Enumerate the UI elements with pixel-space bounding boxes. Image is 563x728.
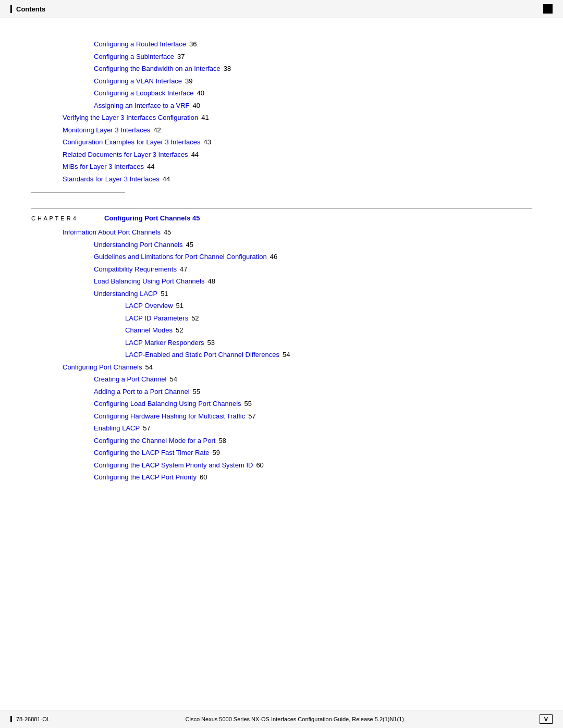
toc-link[interactable]: Configuring Load Balancing Using Port Ch…	[94, 399, 241, 409]
toc-entry: Configuring Hardware Hashing for Multica…	[31, 411, 532, 422]
contents-label: Contents	[10, 5, 45, 13]
footer-title: Cisco Nexus 5000 Series NX-OS Interfaces…	[186, 716, 404, 722]
toc-link[interactable]: Configuring a Subinterface	[94, 52, 174, 62]
toc-link[interactable]: Load Balancing Using Port Channels	[94, 276, 204, 287]
toc-link[interactable]: Adding a Port to a Port Channel	[94, 387, 190, 397]
toc-link[interactable]: Assigning an Interface to a VRF	[94, 101, 190, 111]
chapter-divider	[31, 192, 125, 193]
toc-page: 40	[197, 88, 204, 98]
toc-link[interactable]: Configuring the LACP System Priority and…	[94, 460, 253, 471]
footer-page: V	[540, 714, 553, 724]
toc-page: 52	[191, 313, 199, 324]
toc-entry: Assigning an Interface to a VRF40	[31, 101, 532, 111]
toc-entry: Configuring the Channel Mode for a Port5…	[31, 436, 532, 446]
toc-link[interactable]: LACP Overview	[125, 301, 173, 311]
toc-page: 57	[143, 423, 150, 434]
toc-page: 54	[169, 374, 177, 385]
toc-entry: Configuring the LACP System Priority and…	[31, 460, 532, 471]
toc-link[interactable]: Monitoring Layer 3 Interfaces	[63, 125, 150, 135]
toc-link[interactable]: Channel Modes	[125, 325, 173, 336]
toc-link[interactable]: MIBs for Layer 3 Interfaces	[63, 162, 144, 172]
toc-link[interactable]: LACP Marker Responders	[125, 338, 204, 348]
toc-page: 55	[193, 387, 200, 397]
toc-link[interactable]: Configuring the Bandwidth on an Interfac…	[94, 64, 221, 74]
toc-link[interactable]: Configuring a Routed Interface	[94, 39, 186, 50]
toc-entry: LACP-Enabled and Static Port Channel Dif…	[31, 350, 532, 360]
toc-page: 41	[201, 113, 209, 123]
toc-entry: Monitoring Layer 3 Interfaces42	[31, 125, 532, 135]
toc-entry: Guidelines and Limitations for Port Chan…	[31, 252, 532, 262]
toc-link[interactable]: Compatibility Requirements	[94, 264, 177, 275]
toc-entry: Configuring a Loopback Interface40	[31, 88, 532, 98]
toc-page: 48	[207, 276, 215, 287]
toc-page: 46	[270, 252, 277, 262]
toc-page: 54	[283, 350, 290, 360]
toc-entry: Configuring a VLAN Interface39	[31, 76, 532, 87]
toc-page: 57	[248, 411, 255, 422]
toc-link[interactable]: Verifying the Layer 3 Interfaces Configu…	[63, 113, 198, 123]
toc-link[interactable]: Creating a Port Channel	[94, 374, 166, 385]
toc-entry: LACP Overview51	[31, 301, 532, 311]
toc-entry: MIBs for Layer 3 Interfaces44	[31, 162, 532, 172]
toc-entry: Configuring the Bandwidth on an Interfac…	[31, 64, 532, 74]
toc-page: 51	[176, 301, 183, 311]
toc-entry: Load Balancing Using Port Channels48	[31, 276, 532, 287]
header-bar: Contents	[0, 0, 563, 18]
chapter-row: C H A P T E R 4Configuring Port Channels…	[31, 208, 532, 222]
toc-page: 51	[161, 289, 168, 299]
toc-link[interactable]: Configuring a Loopback Interface	[94, 88, 194, 98]
toc-link[interactable]: Enabling LACP	[94, 423, 140, 434]
toc-entry: LACP Marker Responders53	[31, 338, 532, 348]
toc-link[interactable]: Understanding LACP	[94, 289, 157, 299]
toc-page: 44	[191, 150, 199, 160]
toc-link[interactable]: Standards for Layer 3 Interfaces	[63, 174, 160, 184]
toc-page: 36	[189, 39, 197, 50]
toc-entry: Standards for Layer 3 Interfaces44	[31, 174, 532, 184]
toc-entry: Configuring a Subinterface37	[31, 52, 532, 62]
toc-entry: Adding a Port to a Port Channel55	[31, 387, 532, 397]
toc-link[interactable]: Configuring Hardware Hashing for Multica…	[94, 411, 245, 422]
toc-page: 44	[163, 174, 170, 184]
toc-entry: Understanding Port Channels45	[31, 240, 532, 250]
toc-link[interactable]: Guidelines and Limitations for Port Chan…	[94, 252, 267, 262]
toc-page: 47	[180, 264, 187, 275]
toc-entry: Channel Modes52	[31, 325, 532, 336]
toc-link[interactable]: LACP ID Parameters	[125, 313, 188, 324]
footer-left: 78-26881-OL	[10, 716, 50, 722]
toc-link[interactable]: Information About Port Channels	[63, 227, 161, 238]
toc-link[interactable]: Understanding Port Channels	[94, 240, 183, 250]
toc-entry: Configuring Port Channels54	[31, 362, 532, 373]
toc-entry: Verifying the Layer 3 Interfaces Configu…	[31, 113, 532, 123]
toc-entry: Related Documents for Layer 3 Interfaces…	[31, 150, 532, 160]
toc-entry: Compatibility Requirements47	[31, 264, 532, 275]
toc-page: 60	[256, 460, 263, 471]
toc-link[interactable]: Configuration Examples for Layer 3 Inter…	[63, 137, 200, 147]
toc-link[interactable]: Configuring Port Channels	[63, 362, 142, 373]
toc-link[interactable]: Configuring the LACP Fast Timer Rate	[94, 448, 210, 458]
toc-container: Configuring a Routed Interface36Configur…	[31, 39, 532, 483]
toc-page: 59	[213, 448, 220, 458]
toc-link[interactable]: Configuring the LACP Port Priority	[94, 472, 197, 483]
toc-page: 38	[224, 64, 231, 74]
toc-link[interactable]: Configuring a VLAN Interface	[94, 76, 182, 87]
toc-link[interactable]: Configuring the Channel Mode for a Port	[94, 436, 215, 446]
toc-page: 53	[207, 338, 215, 348]
toc-page: 45	[186, 240, 193, 250]
toc-entry: Configuring Load Balancing Using Port Ch…	[31, 399, 532, 409]
toc-page: 45	[164, 227, 171, 238]
toc-entry: Creating a Port Channel54	[31, 374, 532, 385]
toc-link[interactable]: LACP-Enabled and Static Port Channel Dif…	[125, 350, 279, 360]
toc-entry: Configuring the LACP Fast Timer Rate59	[31, 448, 532, 458]
footer-doc-number: 78-26881-OL	[16, 716, 50, 722]
toc-entry: Information About Port Channels45	[31, 227, 532, 238]
toc-link[interactable]: Related Documents for Layer 3 Interfaces	[63, 150, 188, 160]
toc-page: 43	[203, 137, 211, 147]
chapter-title-link[interactable]: Configuring Port Channels 45	[104, 214, 200, 222]
toc-page: 39	[185, 76, 192, 87]
toc-page: 42	[153, 125, 161, 135]
header-black-rect	[543, 4, 553, 14]
toc-page: 54	[145, 362, 152, 373]
chapter-label: C H A P T E R 4	[31, 215, 83, 221]
toc-page: 52	[176, 325, 183, 336]
toc-page: 40	[193, 101, 200, 111]
